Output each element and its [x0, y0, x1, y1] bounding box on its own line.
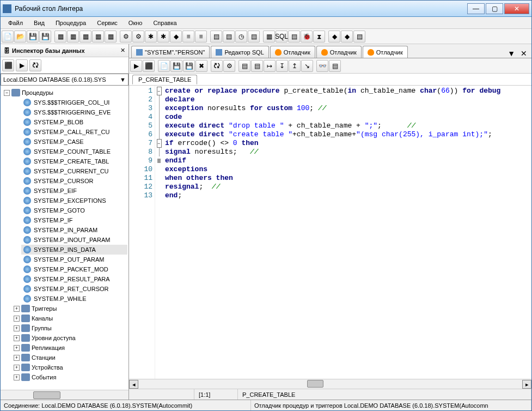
tab[interactable]: "SYSTEM"."PERSON"	[131, 46, 210, 58]
tab[interactable]: Отладчик	[363, 46, 408, 58]
tb-open[interactable]: 📂	[14, 31, 26, 43]
maximize-button[interactable]: ▢	[486, 3, 503, 14]
db-stop[interactable]: ⬛	[2, 59, 14, 71]
tree-proc[interactable]: SYSTEM.P_CURSOR	[21, 176, 127, 186]
ed-glasses[interactable]: 👓	[316, 60, 328, 72]
ed-s3[interactable]: ↦	[264, 60, 276, 72]
tree-proc[interactable]: SYSTEM.P_RESULT_PARA	[21, 274, 127, 284]
inspector-close[interactable]: ✕	[120, 47, 125, 54]
db-selector[interactable]: Local.DEMO DATABASE (6.0.18).SYS ▼	[1, 74, 129, 86]
tree-proc[interactable]: SYSTEM.P_CASE	[21, 137, 127, 147]
tree-proc[interactable]: SYSTEM.P_RET_CURSOR	[21, 284, 127, 294]
tree-proc[interactable]: SYSTEM.P_COUNT_TABLE	[21, 147, 127, 156]
tb-a7[interactable]: ≡	[195, 31, 207, 43]
editor-hscroll[interactable]: ◂▸	[129, 379, 531, 389]
tb-g1[interactable]: ▦	[54, 31, 66, 43]
tb-a2[interactable]: ⚙	[132, 31, 144, 43]
tab[interactable]: Редактор SQL	[211, 46, 268, 58]
code-area[interactable]: create or replace procedure p_create_tab…	[163, 86, 531, 379]
menu-Справка[interactable]: Справка	[148, 18, 182, 28]
tb-saveall[interactable]: 💾	[39, 31, 51, 43]
tb-g4[interactable]: ▦	[92, 31, 104, 43]
tb-a1[interactable]: ⚙	[120, 31, 132, 43]
tab-list-button[interactable]: ▼	[505, 49, 517, 58]
tree-folder[interactable]: +Устройства	[11, 362, 127, 372]
tb-a5[interactable]: ◆	[170, 31, 182, 43]
menu-Сервис[interactable]: Сервис	[91, 18, 123, 28]
tree-proc[interactable]: SYSTEM.P_INOUT_PARAM	[21, 235, 127, 245]
tree-folder[interactable]: +Уровни доступа	[11, 333, 127, 343]
menu-Файл[interactable]: Файл	[3, 18, 28, 28]
db-refresh[interactable]: 🗘	[29, 59, 41, 71]
fold-column[interactable]: −−	[155, 86, 163, 379]
minimize-button[interactable]: —	[467, 3, 485, 14]
ed-s5[interactable]: ↥	[289, 60, 301, 72]
proc-subtab[interactable]: P_CREATE_TABLE	[132, 75, 197, 84]
tree-proc[interactable]: SYS.$$$TRIGGER_COL_UI	[21, 98, 127, 107]
code-editor[interactable]: 12345678910111213 −− create or replace p…	[129, 86, 531, 379]
tree-proc[interactable]: SYSTEM.P_EIF	[21, 186, 127, 196]
tb-d3[interactable]: ▤	[353, 31, 365, 43]
ed-play[interactable]: ▶	[130, 60, 142, 72]
ed-compile[interactable]: ⚙	[223, 60, 235, 72]
tree-proc[interactable]: SYSTEM.P_WHILE	[21, 294, 127, 304]
ed-s4[interactable]: ↧	[276, 60, 288, 72]
tree-proc[interactable]: SYSTEM.P_GOTO	[21, 206, 127, 215]
menu-Вид[interactable]: Вид	[28, 18, 50, 28]
tree-folder[interactable]: +Репликация	[11, 343, 127, 353]
db-tree[interactable]: −ПроцедурыSYS.$$$TRIGGER_COL_UISYS.$$$TR…	[1, 86, 129, 390]
tb-a6[interactable]: ≡	[182, 31, 194, 43]
tree-folder[interactable]: +Триггеры	[11, 304, 127, 313]
ed-reload[interactable]: 🗘	[211, 60, 223, 72]
tree-proc[interactable]: SYSTEM.P_CALL_RET_CU	[21, 127, 127, 137]
ed-saveall[interactable]: 💾	[183, 60, 195, 72]
tb-d1[interactable]: ◆	[328, 31, 340, 43]
tree-folder[interactable]: +Группы	[11, 323, 127, 333]
tree-proc[interactable]: SYSTEM.P_EXCEPTIONS	[21, 196, 127, 206]
tb-save[interactable]: 💾	[27, 31, 39, 43]
tree-folder[interactable]: +Каналы	[11, 313, 127, 323]
tree-proc[interactable]: SYSTEM.P_OUT_PARAM	[21, 255, 127, 264]
tb-b3[interactable]: ◷	[235, 31, 247, 43]
menu-Окно[interactable]: Окно	[123, 18, 148, 28]
tab-close-button[interactable]: ✕	[518, 49, 529, 58]
tb-g2[interactable]: ▦	[67, 31, 79, 43]
tree-hscroll[interactable]	[1, 390, 129, 400]
ed-s1[interactable]: ▤	[239, 60, 250, 72]
tree-proc[interactable]: SYSTEM.P_INS_DATA	[21, 245, 127, 255]
tb-new[interactable]: 📄	[2, 31, 14, 43]
tree-folder[interactable]: +Станции	[11, 353, 127, 362]
db-play[interactable]: ▶	[16, 59, 28, 71]
tb-timer[interactable]: ⧗	[313, 31, 325, 43]
ed-stop[interactable]: ⬛	[143, 60, 155, 72]
tree-root-procedures[interactable]: −Процедуры	[2, 88, 127, 98]
tb-d2[interactable]: ◆	[341, 31, 353, 43]
tree-proc[interactable]: SYSTEM.P_CREATE_TABL	[21, 156, 127, 166]
ed-save[interactable]: 💾	[170, 60, 182, 72]
tree-proc[interactable]: SYS.$$$TRIGGERING_EVE	[21, 107, 127, 117]
tb-sql[interactable]: SQL	[276, 31, 288, 43]
tree-proc[interactable]: SYSTEM.P_CURRENT_CU	[21, 166, 127, 176]
tb-b2[interactable]: ▤	[223, 31, 235, 43]
ed-new[interactable]: 📄	[158, 60, 170, 72]
tree-proc[interactable]: SYSTEM.P_IF	[21, 215, 127, 225]
ed-remove[interactable]: ✖	[195, 60, 207, 72]
tree-proc[interactable]: SYSTEM.P_BLOB	[21, 117, 127, 127]
ed-s6[interactable]: ↘	[301, 60, 313, 72]
tab[interactable]: Отладчик	[316, 46, 362, 58]
close-button[interactable]: ✕	[504, 3, 529, 14]
tree-proc[interactable]: SYSTEM.P_IN_PARAM	[21, 225, 127, 235]
tree-proc[interactable]: SYSTEM.P_PACKET_MOD	[21, 264, 127, 274]
tb-g3[interactable]: ▦	[80, 31, 91, 43]
tb-c3[interactable]: ▤	[288, 31, 300, 43]
tb-bug[interactable]: 🐞	[301, 31, 313, 43]
ed-watch[interactable]: ▤	[329, 60, 341, 72]
tb-b4[interactable]: ▤	[248, 31, 260, 43]
ed-s2[interactable]: ▤	[251, 60, 263, 72]
tb-b1[interactable]: ▤	[210, 31, 222, 43]
menu-Процедура[interactable]: Процедура	[50, 18, 91, 28]
tb-c1[interactable]: ▦	[263, 31, 275, 43]
tb-a4[interactable]: ✱	[157, 31, 169, 43]
tb-a3[interactable]: ✱	[145, 31, 157, 43]
tb-g5[interactable]: ▦	[105, 31, 117, 43]
